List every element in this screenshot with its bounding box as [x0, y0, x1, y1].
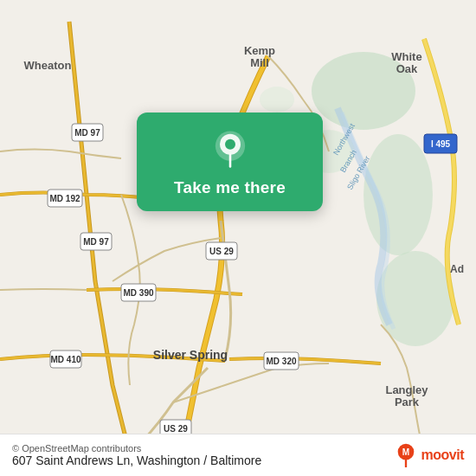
svg-text:MD 320: MD 320: [266, 357, 296, 366]
svg-text:Kemp: Kemp: [244, 44, 275, 57]
svg-text:Park: Park: [395, 396, 420, 408]
svg-text:MD 410: MD 410: [50, 355, 80, 364]
svg-text:Langley: Langley: [385, 383, 428, 396]
moovit-logo: M moovit: [394, 443, 464, 467]
svg-text:Oak: Oak: [396, 62, 418, 75]
svg-text:Ad: Ad: [450, 263, 464, 275]
svg-text:MD 97: MD 97: [83, 237, 109, 247]
address-text: 607 Saint Andrews Ln, Washington / Balti…: [12, 453, 261, 467]
svg-text:Wheaton: Wheaton: [24, 59, 72, 72]
take-me-there-label: Take me there: [174, 178, 286, 197]
svg-text:MD 192: MD 192: [49, 194, 80, 203]
svg-text:US 29: US 29: [209, 247, 234, 256]
map-container: MD 97 MD 192 MD 97 MD 390 MD 410 MD 320 …: [0, 0, 476, 476]
svg-text:MD 390: MD 390: [123, 288, 153, 298]
svg-text:Silver Spring: Silver Spring: [153, 348, 228, 362]
map-svg: MD 97 MD 192 MD 97 MD 390 MD 410 MD 320 …: [0, 0, 476, 476]
svg-text:White: White: [391, 50, 421, 63]
svg-point-4: [260, 87, 294, 113]
moovit-icon: M: [394, 443, 418, 467]
svg-text:Mill: Mill: [250, 56, 269, 69]
take-me-there-card[interactable]: Take me there: [137, 113, 323, 211]
bottom-bar: © OpenStreetMap contributors 607 Saint A…: [0, 434, 476, 476]
moovit-text: moovit: [421, 447, 464, 463]
svg-point-37: [225, 139, 235, 150]
svg-text:MD 97: MD 97: [74, 128, 100, 138]
svg-text:I 495: I 495: [431, 139, 451, 149]
location-pin-icon: [209, 128, 251, 170]
svg-text:US 29: US 29: [164, 424, 188, 434]
bottom-info: © OpenStreetMap contributors 607 Saint A…: [12, 443, 261, 467]
svg-text:M: M: [402, 447, 408, 457]
osm-credit: © OpenStreetMap contributors: [12, 443, 261, 453]
